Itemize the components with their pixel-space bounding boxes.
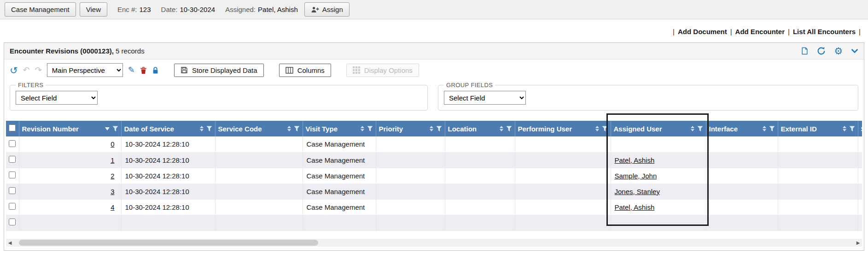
column-header-external-id[interactable]: External ID [778,121,858,136]
row-checkbox[interactable] [9,156,16,163]
columns-button[interactable]: Columns [279,64,331,77]
column-label: Date of Service [124,125,174,133]
row-checkbox[interactable] [9,219,16,225]
cell-empty [19,215,121,230]
sort-descending-icon[interactable] [105,127,110,130]
column-header-interface[interactable]: Interface [706,121,778,136]
case-management-button[interactable]: Case Management [5,2,76,17]
cell-priority [376,152,445,168]
store-displayed-data-button[interactable]: Store Displayed Data [174,64,264,77]
column-label: Visit Type [306,125,338,133]
filter-funnel-icon[interactable] [697,126,703,132]
filter-funnel-icon[interactable] [367,126,373,132]
cell-visit-type: Case Management [303,199,376,215]
cell-performing-user [515,183,611,199]
collapse-panel-chevron-icon[interactable] [851,48,858,53]
assigned-user-link[interactable]: Patel, Ashish [615,156,655,164]
grid-toolbar: ↺ ↶ ↷ Main Perspective ✎ [4,59,864,81]
refresh-icon[interactable] [817,47,826,55]
sort-icon[interactable] [200,126,204,131]
nav-back-icon: ↶ [23,66,30,74]
column-label: S [861,125,862,133]
lock-perspective-icon[interactable] [152,66,159,74]
assigned-user-link[interactable]: Sample, John [615,172,657,180]
delete-perspective-trash-icon[interactable] [140,66,147,74]
assigned-user-link[interactable]: Patel, Ashish [615,203,655,211]
grid-icon [353,66,360,74]
filter-funnel-icon[interactable] [112,126,118,132]
select-all-checkbox[interactable] [9,124,16,131]
scroll-left-arrow-icon[interactable]: ◀ [6,239,14,247]
column-label: Assigned User [614,125,662,133]
scrollbar-thumb[interactable] [19,240,318,246]
cell-external-id [778,168,858,183]
revision-link[interactable]: 1 [111,156,114,164]
column-header-location[interactable]: Location [445,121,515,136]
new-document-icon[interactable] [801,47,809,55]
cell-date-of-service: 10-30-2024 12:28:10 [121,136,215,152]
reset-perspective-icon[interactable]: ↺ [10,65,18,75]
view-button[interactable]: View [80,2,107,17]
filter-funnel-icon[interactable] [769,126,775,132]
list-all-encounters-link[interactable]: List All Encounters [793,28,856,35]
column-header-performing-user[interactable]: Performing User [515,121,611,136]
sort-icon[interactable] [763,126,766,131]
cell-visit-type: Case Management [303,168,376,183]
filter-funnel-icon[interactable] [294,126,300,132]
column-header-revision-number[interactable]: Revision Number [19,121,121,136]
cell-interface [706,152,778,168]
cell-external-id [778,136,858,152]
horizontal-scrollbar[interactable]: ◀ ▶ [6,239,862,247]
panel-header: Encounter Revisions (0000123), 5 records… [4,43,864,59]
cell-service-code [215,183,303,199]
revision-link[interactable]: 4 [111,203,114,211]
cell-external-id [778,152,858,168]
cell-empty [376,215,445,230]
cell-assigned-user: Sample, John [611,168,706,183]
cell-date-of-service: 10-30-2024 12:28:10 [121,183,215,199]
filter-funnel-icon[interactable] [849,126,855,132]
sort-icon[interactable] [595,126,599,131]
assigned-user-link[interactable]: Jones, Stanley [615,188,660,195]
column-header-service-code[interactable]: Service Code [215,121,303,136]
row-checkbox[interactable] [9,203,16,210]
store-displayed-data-label: Store Displayed Data [192,66,257,74]
sort-icon[interactable] [430,126,433,131]
sort-icon[interactable] [361,126,364,131]
sort-icon[interactable] [691,126,694,131]
scroll-right-arrow-icon[interactable]: ▶ [854,239,862,247]
column-header-priority[interactable]: Priority [376,121,445,136]
filters-field-select[interactable]: Select Field [16,91,98,105]
edit-perspective-pencil-icon[interactable]: ✎ [128,66,135,74]
filter-funnel-icon[interactable] [602,126,608,132]
cell-revision-number: 2 [19,168,121,183]
table-row: 2 10-30-2024 12:28:10 Case Management Sa… [6,168,862,183]
table-row: 0 10-30-2024 12:28:10 Case Management [6,136,862,152]
row-checkbox[interactable] [9,171,16,178]
cell-assigned-user [611,136,706,152]
revision-link[interactable]: 0 [111,140,114,148]
revision-link[interactable]: 2 [111,172,114,180]
sort-icon[interactable] [500,126,503,131]
group-field-select[interactable]: Select Field [444,91,526,105]
gear-icon[interactable]: ⚙ [834,46,843,56]
row-checkbox[interactable] [9,187,16,194]
revision-link[interactable]: 3 [111,188,114,195]
column-header-assigned-user[interactable]: Assigned User [611,121,706,136]
cell-performing-user [515,168,611,183]
filter-funnel-icon[interactable] [436,126,442,132]
row-checkbox[interactable] [9,140,16,147]
sort-icon[interactable] [843,126,846,131]
filter-funnel-icon[interactable] [506,126,512,132]
filter-funnel-icon[interactable] [206,126,212,132]
assign-button[interactable]: Assign [304,2,350,17]
sort-icon[interactable] [287,126,291,131]
column-header-date-of-service[interactable]: Date of Service [121,121,215,136]
cell-performing-user [515,152,611,168]
add-encounter-link[interactable]: Add Encounter [735,28,785,35]
cell-visit-type: Case Management [303,152,376,168]
perspective-select[interactable]: Main Perspective [47,63,123,77]
add-document-link[interactable]: Add Document [678,28,727,35]
column-header-cutoff[interactable]: S [858,121,862,136]
column-header-visit-type[interactable]: Visit Type [303,121,376,136]
